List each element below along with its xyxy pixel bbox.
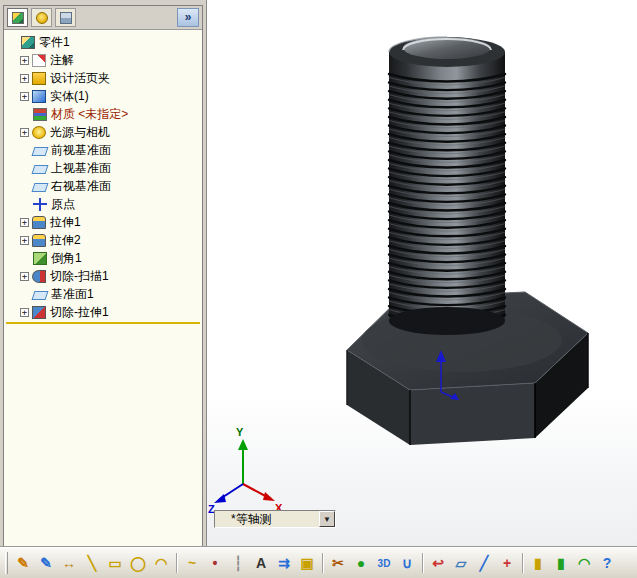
tree-item-cut-sweep1[interactable]: +切除-扫描1 <box>4 267 202 285</box>
tree-item-label: 右视基准面 <box>51 178 111 195</box>
view-orientation-combo[interactable]: *等轴测 ▼ <box>214 510 336 528</box>
expander-icon[interactable]: + <box>20 92 29 101</box>
plane-icon <box>32 165 49 174</box>
tree-item-material[interactable]: 材质 <未指定> <box>4 105 202 123</box>
circle-icon[interactable]: ◯ <box>127 552 149 574</box>
tree-item-solid-bodies[interactable]: +实体(1) <box>4 87 202 105</box>
tree-item-annotations[interactable]: +注解 <box>4 51 202 69</box>
origin-icon <box>33 198 47 211</box>
panel-expand-chevron-icon[interactable]: » <box>177 8 199 27</box>
plane-icon <box>32 147 49 156</box>
propertymanager-tab[interactable] <box>31 8 52 27</box>
tree-item-lights-cameras[interactable]: +光源与相机 <box>4 123 202 141</box>
sphere-icon[interactable]: ● <box>350 552 372 574</box>
smart-dimension-icon[interactable]: ↔ <box>58 552 80 574</box>
expander-icon[interactable]: + <box>20 236 29 245</box>
expander-icon[interactable]: + <box>20 128 29 137</box>
expander-icon[interactable]: + <box>20 74 29 83</box>
trim-icon[interactable]: ✂ <box>327 552 349 574</box>
tree-item-chamfer1[interactable]: 倒角1 <box>4 249 202 267</box>
tree-item-label: 实体(1) <box>50 88 89 105</box>
cut-extrude-icon <box>32 306 46 319</box>
tree-item-extrude1[interactable]: +拉伸1 <box>4 213 202 231</box>
plane-icon[interactable]: ▱ <box>450 552 472 574</box>
rollback-bar[interactable] <box>6 322 200 324</box>
line-icon[interactable]: ╲ <box>81 552 103 574</box>
configurationmanager-icon <box>60 12 72 24</box>
triad-y-label: Y <box>236 426 244 438</box>
toolbar-separator <box>322 553 323 573</box>
tree-item-label: 拉伸1 <box>50 214 81 231</box>
graphics-viewport[interactable]: Y X Z *等轴测 ▼ <box>206 0 637 547</box>
annotations-icon <box>32 54 46 67</box>
expander-icon[interactable]: + <box>20 308 29 317</box>
design-binder-icon <box>32 72 46 85</box>
dropdown-arrow-icon[interactable]: ▼ <box>319 511 335 527</box>
tree-item-front-plane[interactable]: 前视基准面 <box>4 141 202 159</box>
toolbar-grip[interactable] <box>5 552 8 574</box>
3d-view-icon[interactable]: 3D <box>373 552 395 574</box>
rectangle-icon[interactable]: ▭ <box>104 552 126 574</box>
extrude-icon <box>32 234 46 247</box>
configurationmanager-tab[interactable] <box>55 8 76 27</box>
extrude-boss-icon[interactable]: ▮ <box>527 552 549 574</box>
mirror-icon[interactable]: ▣ <box>296 552 318 574</box>
plane-icon <box>32 183 49 192</box>
tree-item-plane1[interactable]: 基准面1 <box>4 285 202 303</box>
help-icon[interactable]: ? <box>596 552 618 574</box>
featuremanager-tree-icon <box>12 12 24 24</box>
tree-item-origin[interactable]: 原点 <box>4 195 202 213</box>
exit-sketch-icon[interactable]: ↩ <box>427 552 449 574</box>
arc-icon[interactable]: ◠ <box>150 552 172 574</box>
bolt-shaft[interactable] <box>389 52 505 335</box>
spline-icon[interactable]: ~ <box>181 552 203 574</box>
chamfer-icon <box>33 252 47 265</box>
reference-triad: Y X Z <box>208 426 283 515</box>
u-shape-icon[interactable]: ∪ <box>396 552 418 574</box>
convert-entities-icon[interactable]: ⇉ <box>273 552 295 574</box>
plane-icon <box>32 291 49 300</box>
solidworks-window: » 零件1+注解+设计活页夹+实体(1)材质 <未指定>+光源与相机前视基准面上… <box>0 0 637 578</box>
tree-item-label: 切除-扫描1 <box>50 268 109 285</box>
panel-tab-bar: » <box>4 6 202 30</box>
lights-icon <box>32 126 46 139</box>
tree-item-extrude2[interactable]: +拉伸2 <box>4 231 202 249</box>
axis-icon[interactable]: ╱ <box>473 552 495 574</box>
tree-item-cut-extrude1[interactable]: +切除-拉伸1 <box>4 303 202 321</box>
toolbar-separator <box>176 553 177 573</box>
toolbar-separator <box>422 553 423 573</box>
fillet-icon[interactable]: ◠ <box>573 552 595 574</box>
tree-item-top-plane[interactable]: 上视基准面 <box>4 159 202 177</box>
cut-sweep-icon <box>32 270 46 283</box>
propertymanager-icon <box>36 12 48 24</box>
coordinate-system-icon[interactable]: + <box>496 552 518 574</box>
extrude-icon <box>32 216 46 229</box>
tree-item-label: 原点 <box>51 196 75 213</box>
tree-item-label: 零件1 <box>39 34 70 51</box>
toolbar-icons: ✎✎↔╲▭◯◠~•┆A⇉▣✂●3D∪↩▱╱+▮▮◠? <box>12 552 618 574</box>
3d-sketch-icon[interactable]: ✎ <box>35 552 57 574</box>
view-orientation-label: *等轴测 <box>215 511 319 528</box>
tree-item-label: 设计活页夹 <box>50 70 110 87</box>
tree-item-label: 材质 <未指定> <box>51 106 128 123</box>
tree-item-right-plane[interactable]: 右视基准面 <box>4 177 202 195</box>
model-scene-svg: Y X Z <box>207 0 637 547</box>
tree-item-label: 前视基准面 <box>51 142 111 159</box>
tree-item-part-root[interactable]: 零件1 <box>4 33 202 51</box>
featuremanager-tab[interactable] <box>7 8 28 27</box>
material-icon <box>33 108 47 121</box>
centerline-icon[interactable]: ┆ <box>227 552 249 574</box>
point-icon[interactable]: • <box>204 552 226 574</box>
expander-icon[interactable]: + <box>20 56 29 65</box>
tree-item-label: 注解 <box>50 52 74 69</box>
sketch-icon[interactable]: ✎ <box>12 552 34 574</box>
text-icon[interactable]: A <box>250 552 272 574</box>
tree-item-label: 光源与相机 <box>50 124 110 141</box>
expander-icon[interactable]: + <box>20 272 29 281</box>
bolt-cap[interactable] <box>389 37 505 67</box>
extrude-cut-icon[interactable]: ▮ <box>550 552 572 574</box>
tree-item-label: 拉伸2 <box>50 232 81 249</box>
tree-item-design-binder[interactable]: +设计活页夹 <box>4 69 202 87</box>
part-icon <box>21 36 35 49</box>
expander-icon[interactable]: + <box>20 218 29 227</box>
